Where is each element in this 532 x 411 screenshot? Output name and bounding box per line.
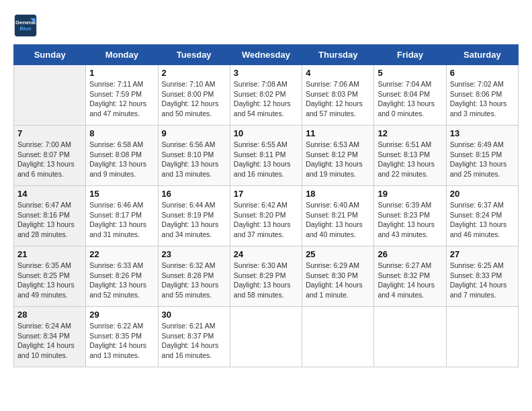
calendar-cell: 21Sunrise: 6:35 AM Sunset: 8:25 PM Dayli… — [14, 246, 86, 307]
logo-icon: General Blue — [13, 13, 38, 38]
calendar-cell: 17Sunrise: 6:42 AM Sunset: 8:20 PM Dayli… — [230, 186, 302, 246]
day-header-wednesday: Wednesday — [230, 45, 302, 65]
calendar-cell — [14, 65, 86, 126]
day-number: 29 — [89, 310, 154, 320]
day-number: 25 — [306, 249, 370, 259]
day-number: 14 — [17, 189, 82, 199]
calendar-cell: 29Sunrise: 6:22 AM Sunset: 8:35 PM Dayli… — [86, 307, 158, 367]
calendar-cell: 10Sunrise: 6:55 AM Sunset: 8:11 PM Dayli… — [230, 126, 302, 186]
day-number: 26 — [378, 249, 442, 259]
day-info: Sunrise: 6:53 AM Sunset: 8:12 PM Dayligh… — [306, 140, 370, 179]
calendar-cell: 14Sunrise: 6:47 AM Sunset: 8:16 PM Dayli… — [14, 186, 86, 246]
day-number: 6 — [450, 68, 515, 78]
day-info: Sunrise: 6:46 AM Sunset: 8:17 PM Dayligh… — [89, 200, 154, 240]
calendar-table: SundayMondayTuesdayWednesdayThursdayFrid… — [13, 44, 519, 367]
calendar-cell: 24Sunrise: 6:30 AM Sunset: 8:29 PM Dayli… — [230, 246, 302, 307]
day-number: 30 — [162, 310, 226, 320]
calendar-cell: 27Sunrise: 6:25 AM Sunset: 8:33 PM Dayli… — [446, 246, 518, 307]
day-header-monday: Monday — [86, 45, 158, 65]
calendar-cell: 9Sunrise: 6:56 AM Sunset: 8:10 PM Daylig… — [158, 126, 230, 186]
day-info: Sunrise: 6:40 AM Sunset: 8:21 PM Dayligh… — [306, 200, 370, 240]
calendar-header-row: SundayMondayTuesdayWednesdayThursdayFrid… — [14, 45, 519, 65]
day-number: 23 — [162, 249, 226, 259]
day-info: Sunrise: 6:44 AM Sunset: 8:19 PM Dayligh… — [162, 200, 226, 240]
day-info: Sunrise: 7:02 AM Sunset: 8:06 PM Dayligh… — [450, 79, 515, 119]
day-header-friday: Friday — [374, 45, 446, 65]
day-number: 15 — [89, 189, 154, 199]
day-info: Sunrise: 6:37 AM Sunset: 8:24 PM Dayligh… — [450, 200, 515, 240]
day-info: Sunrise: 6:33 AM Sunset: 8:26 PM Dayligh… — [89, 261, 154, 300]
day-header-saturday: Saturday — [446, 45, 518, 65]
calendar-cell: 22Sunrise: 6:33 AM Sunset: 8:26 PM Dayli… — [86, 246, 158, 307]
day-info: Sunrise: 6:55 AM Sunset: 8:11 PM Dayligh… — [234, 140, 298, 179]
week-row-5: 28Sunrise: 6:24 AM Sunset: 8:34 PM Dayli… — [14, 307, 519, 367]
day-info: Sunrise: 6:39 AM Sunset: 8:23 PM Dayligh… — [378, 200, 442, 240]
calendar-cell — [302, 307, 374, 367]
calendar-cell — [374, 307, 446, 367]
day-info: Sunrise: 7:11 AM Sunset: 7:59 PM Dayligh… — [89, 79, 154, 119]
day-header-sunday: Sunday — [14, 45, 86, 65]
day-number: 8 — [89, 128, 154, 138]
calendar-cell: 16Sunrise: 6:44 AM Sunset: 8:19 PM Dayli… — [158, 186, 230, 246]
calendar-cell: 8Sunrise: 6:58 AM Sunset: 8:08 PM Daylig… — [86, 126, 158, 186]
calendar-cell — [446, 307, 518, 367]
day-number: 12 — [378, 128, 442, 138]
calendar-cell: 30Sunrise: 6:21 AM Sunset: 8:37 PM Dayli… — [158, 307, 230, 367]
calendar-cell: 5Sunrise: 7:04 AM Sunset: 8:04 PM Daylig… — [374, 65, 446, 126]
day-number: 27 — [450, 249, 515, 259]
header: General Blue — [13, 13, 519, 38]
calendar-cell: 28Sunrise: 6:24 AM Sunset: 8:34 PM Dayli… — [14, 307, 86, 367]
day-info: Sunrise: 6:32 AM Sunset: 8:28 PM Dayligh… — [162, 261, 226, 300]
logo: General Blue — [13, 13, 42, 38]
day-number: 1 — [89, 68, 154, 78]
day-info: Sunrise: 6:58 AM Sunset: 8:08 PM Dayligh… — [89, 140, 154, 179]
day-number: 7 — [17, 128, 82, 138]
calendar-cell: 1Sunrise: 7:11 AM Sunset: 7:59 PM Daylig… — [86, 65, 158, 126]
day-info: Sunrise: 7:10 AM Sunset: 8:00 PM Dayligh… — [162, 79, 226, 119]
calendar-cell: 18Sunrise: 6:40 AM Sunset: 8:21 PM Dayli… — [302, 186, 374, 246]
week-row-3: 14Sunrise: 6:47 AM Sunset: 8:16 PM Dayli… — [14, 186, 519, 246]
day-number: 20 — [450, 189, 515, 199]
day-number: 17 — [234, 189, 298, 199]
calendar-cell: 15Sunrise: 6:46 AM Sunset: 8:17 PM Dayli… — [86, 186, 158, 246]
day-info: Sunrise: 7:08 AM Sunset: 8:02 PM Dayligh… — [234, 79, 298, 119]
day-number: 4 — [306, 68, 370, 78]
day-info: Sunrise: 6:51 AM Sunset: 8:13 PM Dayligh… — [378, 140, 442, 179]
day-info: Sunrise: 6:47 AM Sunset: 8:16 PM Dayligh… — [17, 200, 82, 240]
calendar-cell: 4Sunrise: 7:06 AM Sunset: 8:03 PM Daylig… — [302, 65, 374, 126]
week-row-4: 21Sunrise: 6:35 AM Sunset: 8:25 PM Dayli… — [14, 246, 519, 307]
day-number: 22 — [89, 249, 154, 259]
day-number: 16 — [162, 189, 226, 199]
day-number: 13 — [450, 128, 515, 138]
calendar-cell: 12Sunrise: 6:51 AM Sunset: 8:13 PM Dayli… — [374, 126, 446, 186]
week-row-1: 1Sunrise: 7:11 AM Sunset: 7:59 PM Daylig… — [14, 65, 519, 126]
day-number: 3 — [234, 68, 298, 78]
calendar-cell: 26Sunrise: 6:27 AM Sunset: 8:32 PM Dayli… — [374, 246, 446, 307]
day-info: Sunrise: 6:27 AM Sunset: 8:32 PM Dayligh… — [378, 261, 442, 300]
day-number: 21 — [17, 249, 82, 259]
day-info: Sunrise: 6:24 AM Sunset: 8:34 PM Dayligh… — [17, 321, 82, 361]
svg-text:General: General — [15, 19, 36, 26]
day-number: 9 — [162, 128, 226, 138]
week-row-2: 7Sunrise: 7:00 AM Sunset: 8:07 PM Daylig… — [14, 126, 519, 186]
calendar-cell: 3Sunrise: 7:08 AM Sunset: 8:02 PM Daylig… — [230, 65, 302, 126]
day-number: 24 — [234, 249, 298, 259]
day-number: 10 — [234, 128, 298, 138]
day-info: Sunrise: 6:22 AM Sunset: 8:35 PM Dayligh… — [89, 321, 154, 361]
calendar-cell: 19Sunrise: 6:39 AM Sunset: 8:23 PM Dayli… — [374, 186, 446, 246]
calendar-cell: 20Sunrise: 6:37 AM Sunset: 8:24 PM Dayli… — [446, 186, 518, 246]
day-info: Sunrise: 6:30 AM Sunset: 8:29 PM Dayligh… — [234, 261, 298, 300]
day-info: Sunrise: 6:49 AM Sunset: 8:15 PM Dayligh… — [450, 140, 515, 179]
calendar-cell: 13Sunrise: 6:49 AM Sunset: 8:15 PM Dayli… — [446, 126, 518, 186]
day-number: 2 — [162, 68, 226, 78]
calendar-cell: 7Sunrise: 7:00 AM Sunset: 8:07 PM Daylig… — [14, 126, 86, 186]
day-header-thursday: Thursday — [302, 45, 374, 65]
day-info: Sunrise: 6:21 AM Sunset: 8:37 PM Dayligh… — [162, 321, 226, 361]
day-number: 18 — [306, 189, 370, 199]
calendar-cell — [230, 307, 302, 367]
calendar-cell: 11Sunrise: 6:53 AM Sunset: 8:12 PM Dayli… — [302, 126, 374, 186]
calendar-cell: 6Sunrise: 7:02 AM Sunset: 8:06 PM Daylig… — [446, 65, 518, 126]
day-info: Sunrise: 6:29 AM Sunset: 8:30 PM Dayligh… — [306, 261, 370, 300]
calendar-cell: 23Sunrise: 6:32 AM Sunset: 8:28 PM Dayli… — [158, 246, 230, 307]
calendar-cell: 25Sunrise: 6:29 AM Sunset: 8:30 PM Dayli… — [302, 246, 374, 307]
